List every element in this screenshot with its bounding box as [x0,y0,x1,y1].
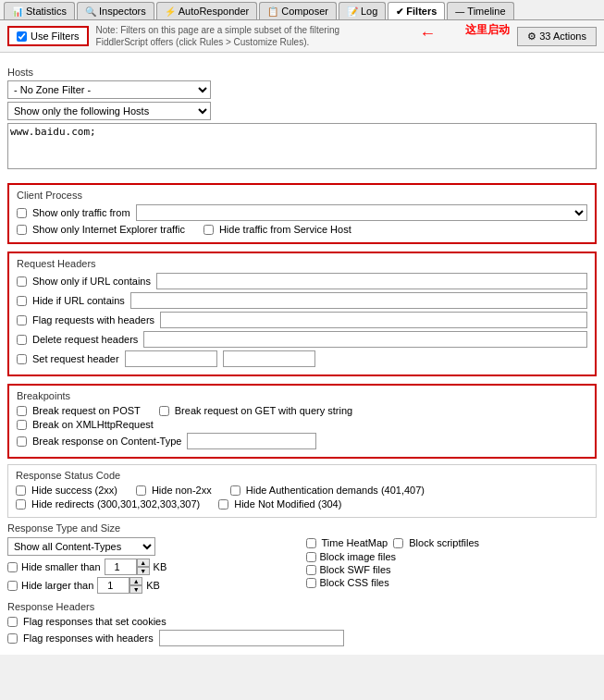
show-ie-checkbox[interactable] [17,225,27,235]
flag-response-headers-input[interactable] [159,630,344,646]
hosts-textarea[interactable]: www.baidu.com; [7,123,597,169]
show-url-input[interactable] [156,273,587,289]
block-image-checkbox[interactable] [306,552,316,562]
hide-service-host-row: Hide traffic from Service Host [203,224,351,235]
response-status-options: Hide success (2xx) Hide non-2xx Hide Aut… [16,485,588,498]
breakpoints-title: Breakpoints [17,390,587,401]
hide-2xx-checkbox[interactable] [16,485,26,496]
chinese-note: 这里启动 [465,22,510,38]
hide-service-host-checkbox[interactable] [203,225,214,235]
delete-headers-input[interactable] [143,331,587,348]
show-hosts-select[interactable]: Show only the following Hosts Hide the f… [7,102,211,120]
response-type-content: Show all Content-Types Hide smaller than… [7,537,597,596]
block-image-row: Block image files [306,551,598,562]
hide-url-input[interactable] [130,292,587,309]
tab-statistics[interactable]: 📊 Statistics [4,2,75,19]
hide-redirects-checkbox[interactable] [16,499,26,510]
show-ie-row: Show only Internet Explorer traffic [17,224,185,235]
hide-larger-checkbox[interactable] [7,581,18,591]
flag-response-headers-row: Flag responses with headers [7,630,597,646]
statistics-icon: 📊 [12,6,23,17]
hide-url-checkbox[interactable] [17,296,27,306]
traffic-from-select[interactable] [136,204,587,221]
hide-smaller-input[interactable] [105,559,137,575]
hide-service-host-label: Hide traffic from Service Host [219,224,351,235]
request-headers-section: Request Headers Show only if URL contain… [7,252,597,376]
tab-timeline[interactable]: — Timeline [447,2,513,19]
hide-non2xx-checkbox[interactable] [136,485,146,496]
time-heatmap-row: Time HeatMap Block scriptfiles [306,537,598,548]
break-post-row: Break request on POST [17,405,141,416]
show-only-traffic-row: Show only traffic from [17,204,587,221]
flag-cookies-row: Flag responses that set cookies [7,616,597,627]
flag-headers-checkbox[interactable] [17,315,27,325]
set-header-value-input[interactable] [223,350,315,367]
response-type-title: Response Type and Size [7,522,597,534]
break-response-input[interactable] [187,433,316,449]
hosts-section: Hosts - No Zone Filter - Show only the f… [7,62,597,176]
hide-smaller-down[interactable]: ▼ [137,567,150,575]
break-get-row: Break request on GET with query string [159,405,352,416]
hide-larger-input[interactable] [97,577,129,594]
block-swf-row: Block SWF files [306,564,598,575]
client-process-title: Client Process [17,190,587,201]
actions-button[interactable]: ⚙ 33 Actions [517,27,597,46]
show-url-checkbox[interactable] [17,276,27,287]
timeline-icon: — [455,6,464,17]
tab-log[interactable]: 📝 Log [339,2,386,19]
block-scriptfiles-checkbox[interactable] [393,538,403,548]
hide-larger-up[interactable]: ▲ [129,577,142,585]
hide-larger-kb: KB [146,580,160,591]
flag-cookies-label: Flag responses that set cookies [23,616,166,627]
show-only-traffic-checkbox[interactable] [17,208,27,218]
flag-response-headers-checkbox[interactable] [7,633,18,644]
hide-larger-down[interactable]: ▼ [129,585,142,594]
time-heatmap-checkbox[interactable] [306,538,316,548]
content-type-select[interactable]: Show all Content-Types [7,537,155,556]
flag-response-headers-label: Flag responses with headers [23,632,154,644]
client-process-section: Client Process Show only traffic from Sh… [7,183,597,244]
show-url-row: Show only if URL contains [17,273,587,289]
block-css-checkbox[interactable] [306,578,316,588]
hide-smaller-checkbox[interactable] [7,562,18,572]
red-arrow: ← [419,24,436,43]
block-swf-checkbox[interactable] [306,565,316,575]
tab-inspectors[interactable]: 🔍 Inspectors [77,2,154,19]
delete-headers-checkbox[interactable] [17,335,27,345]
hide-smaller-spinner: ▲ ▼ [137,559,150,575]
set-header-name-input[interactable] [125,350,217,367]
tab-filters[interactable]: ✔ Filters [388,2,445,19]
hide-larger-row: Hide larger than ▲ ▼ KB [7,577,299,594]
hide-not-modified-checkbox[interactable] [218,499,228,510]
log-icon: 📝 [347,6,358,17]
break-get-checkbox[interactable] [159,406,169,416]
hide-not-modified-label: Hide Not Modified (304) [234,498,341,510]
use-filters-checkbox[interactable] [17,31,27,42]
hide-larger-spinner: ▲ ▼ [129,577,142,594]
flag-cookies-checkbox[interactable] [7,617,18,627]
break-post-label: Break request on POST [32,405,141,416]
inspectors-icon: 🔍 [85,6,96,17]
hide-smaller-up[interactable]: ▲ [137,559,150,567]
hide-non2xx-row: Hide non-2xx [136,485,212,496]
breakpoints-section: Breakpoints Break request on POST Break … [7,384,597,459]
tab-composer[interactable]: 📋 Composer [259,2,337,19]
zone-filter-select[interactable]: - No Zone Filter - [7,80,211,99]
flag-headers-label: Flag requests with headers [32,314,154,325]
client-process-options: Show only Internet Explorer traffic Hide… [17,224,587,238]
use-filters-container: Use Filters [7,26,89,46]
hide-auth-checkbox[interactable] [230,485,240,496]
flag-headers-input[interactable] [160,312,587,328]
break-post-checkbox[interactable] [17,406,27,416]
set-header-checkbox[interactable] [17,354,27,364]
actions-icon: ⚙ [527,31,536,43]
hide-url-label: Hide if URL contains [32,295,125,306]
break-response-label: Break response on Content-Type [32,436,181,447]
break-response-checkbox[interactable] [17,436,27,447]
break-xml-label: Break on XMLHttpRequest [32,419,154,430]
breakpoints-options: Break request on POST Break request on G… [17,405,587,419]
response-status-options-2: Hide redirects (300,301,302,303,307) Hid… [16,498,588,512]
break-xml-checkbox[interactable] [17,420,27,430]
hosts-label: Hosts [7,67,597,78]
tab-autoresponder[interactable]: ⚡ AutoResponder [156,2,257,19]
